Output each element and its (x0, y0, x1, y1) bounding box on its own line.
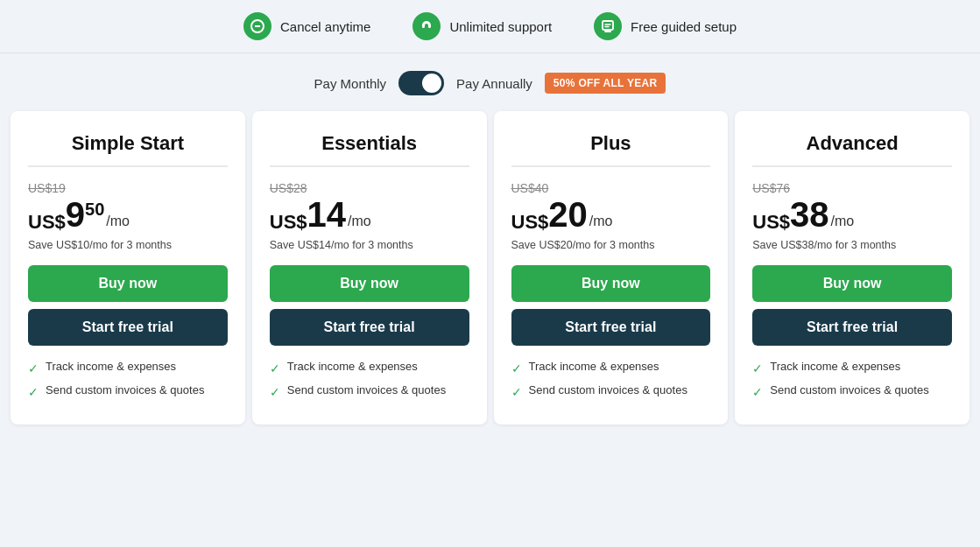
price-section-advanced: US$76 US$ 38 /mo (752, 181, 952, 232)
amount-advanced: 38 (790, 197, 829, 232)
amount-plus: 20 (548, 197, 588, 232)
monthly-label: Pay Monthly (314, 76, 387, 91)
savings-essentials: Save US$14/mo for 3 months (270, 239, 469, 251)
trial-button-advanced[interactable]: Start free trial (752, 309, 952, 346)
amount-essentials: 14 (307, 197, 347, 232)
plan-name-advanced: Advanced (752, 132, 952, 167)
plan-name-plus: Plus (511, 132, 711, 167)
feature-item: ✓ Track income & expenses (511, 360, 711, 376)
billing-toggle-section: Pay Monthly Pay Annually 50% OFF ALL YEA… (0, 53, 980, 111)
toggle-track (398, 71, 444, 95)
features-essentials: ✓ Track income & expenses ✓ Send custom … (270, 360, 469, 400)
trial-button-essentials[interactable]: Start free trial (270, 309, 469, 346)
buy-button-plus[interactable]: Buy now (511, 265, 711, 302)
plan-essentials: Essentials US$28 US$ 14 /mo Save US$14/m… (252, 111, 487, 424)
billing-toggle[interactable] (398, 71, 444, 95)
currency-essentials: US$ (270, 213, 307, 232)
plan-simple-start: Simple Start US$19 US$ 9 50 /mo Save US$… (11, 111, 245, 424)
banner-setup-label: Free guided setup (631, 19, 737, 34)
original-price-plus: US$40 (511, 181, 711, 195)
currency-plus: US$ (511, 213, 549, 232)
buy-button-simple-start[interactable]: Buy now (28, 265, 228, 302)
features-plus: ✓ Track income & expenses ✓ Send custom … (511, 360, 711, 400)
price-section-essentials: US$28 US$ 14 /mo (270, 181, 469, 232)
annual-label: Pay Annually (456, 76, 532, 91)
plan-name-essentials: Essentials (270, 132, 469, 167)
sup-simple-start: 50 (85, 200, 104, 218)
feature-item: ✓ Track income & expenses (28, 360, 228, 376)
feature-text: Send custom invoices & quotes (529, 383, 687, 398)
price-section-plus: US$40 US$ 20 /mo (511, 181, 711, 232)
original-price-advanced: US$76 (752, 181, 952, 195)
trial-button-plus[interactable]: Start free trial (511, 309, 711, 346)
feature-text: Send custom invoices & quotes (770, 383, 928, 398)
currency-advanced: US$ (752, 213, 790, 232)
plan-name-simple-start: Simple Start (28, 132, 228, 167)
banner-item-cancel: Cancel anytime (243, 12, 370, 40)
original-price-essentials: US$28 (270, 181, 469, 195)
check-icon: ✓ (270, 384, 280, 400)
check-icon: ✓ (28, 384, 39, 400)
current-price-essentials: US$ 14 /mo (270, 197, 469, 232)
feature-item: ✓ Track income & expenses (752, 360, 952, 376)
svg-rect-2 (603, 21, 613, 30)
check-icon: ✓ (752, 361, 763, 376)
support-icon (412, 12, 441, 40)
amount-simple-start: 9 (66, 197, 85, 232)
feature-text: Track income & expenses (287, 360, 418, 375)
feature-item: ✓ Send custom invoices & quotes (28, 383, 228, 400)
current-price-simple-start: US$ 9 50 /mo (28, 197, 228, 232)
top-banner: Cancel anytime Unlimited support Free gu… (0, 0, 980, 53)
feature-item: ✓ Send custom invoices & quotes (752, 383, 952, 400)
banner-support-label: Unlimited support (449, 19, 552, 34)
feature-text: Send custom invoices & quotes (46, 383, 204, 398)
banner-item-support: Unlimited support (412, 12, 552, 40)
feature-text: Track income & expenses (770, 360, 900, 375)
feature-text: Track income & expenses (529, 360, 659, 375)
period-essentials: /mo (348, 214, 371, 228)
buy-button-advanced[interactable]: Buy now (752, 265, 952, 302)
current-price-advanced: US$ 38 /mo (752, 197, 952, 232)
cancel-icon (243, 12, 271, 40)
discount-badge: 50% OFF ALL YEAR (545, 73, 666, 94)
plans-container: Simple Start US$19 US$ 9 50 /mo Save US$… (0, 111, 980, 424)
savings-simple-start: Save US$10/mo for 3 months (28, 239, 228, 251)
setup-icon (594, 12, 622, 40)
current-price-plus: US$ 20 /mo (511, 197, 711, 232)
check-icon: ✓ (752, 384, 763, 400)
trial-button-simple-start[interactable]: Start free trial (28, 309, 228, 346)
plan-plus: Plus US$40 US$ 20 /mo Save US$20/mo for … (494, 111, 729, 424)
features-advanced: ✓ Track income & expenses ✓ Send custom … (752, 360, 952, 400)
period-simple-start: /mo (106, 214, 130, 228)
period-advanced: /mo (831, 214, 855, 228)
check-icon: ✓ (28, 361, 39, 376)
feature-text: Send custom invoices & quotes (287, 383, 446, 398)
savings-plus: Save US$20/mo for 3 months (511, 239, 711, 251)
banner-item-setup: Free guided setup (594, 12, 737, 40)
plan-advanced: Advanced US$76 US$ 38 /mo Save US$38/mo … (735, 111, 969, 424)
currency-simple-start: US$ (28, 213, 66, 232)
toggle-thumb (422, 74, 441, 93)
original-price-simple-start: US$19 (28, 181, 228, 195)
period-plus: /mo (589, 214, 613, 228)
check-icon: ✓ (511, 361, 522, 376)
check-icon: ✓ (270, 361, 280, 376)
banner-cancel-label: Cancel anytime (280, 19, 370, 34)
features-simple-start: ✓ Track income & expenses ✓ Send custom … (28, 360, 228, 400)
savings-advanced: Save US$38/mo for 3 months (752, 239, 952, 251)
price-section-simple-start: US$19 US$ 9 50 /mo (28, 181, 228, 232)
feature-text: Track income & expenses (46, 360, 176, 375)
feature-item: ✓ Send custom invoices & quotes (511, 383, 711, 400)
buy-button-essentials[interactable]: Buy now (270, 265, 469, 302)
feature-item: ✓ Send custom invoices & quotes (270, 383, 469, 400)
feature-item: ✓ Track income & expenses (270, 360, 469, 376)
check-icon: ✓ (511, 384, 522, 400)
